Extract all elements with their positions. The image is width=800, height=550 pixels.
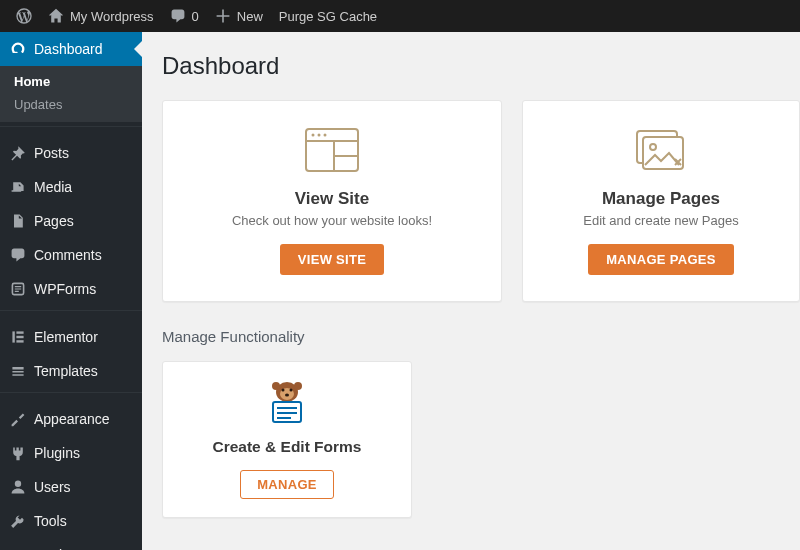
sidebar-item-appearance[interactable]: Appearance — [0, 402, 142, 436]
comment-icon — [10, 247, 26, 263]
sidebar-item-tools[interactable]: Tools — [0, 504, 142, 538]
section-manage-functionality-title: Manage Functionality — [162, 328, 800, 345]
page-icon — [10, 213, 26, 229]
sidebar-item-dashboard[interactable]: Dashboard — [0, 32, 142, 66]
comment-icon — [170, 8, 186, 24]
sidebar-sub-dashboard: Home Updates — [0, 66, 142, 122]
sidebar-item-media[interactable]: Media — [0, 170, 142, 204]
adminbar-new-label: New — [237, 9, 263, 24]
card-manage-pages-icon — [631, 125, 691, 175]
svg-rect-2 — [16, 331, 23, 333]
sidebar-media-label: Media — [34, 179, 72, 195]
sidebar-sub-updates[interactable]: Updates — [0, 93, 142, 116]
wpforms-mascot-icon — [263, 380, 311, 428]
sidebar-comments-label: Comments — [34, 247, 102, 263]
view-site-button[interactable]: VIEW SITE — [280, 244, 384, 275]
home-icon — [48, 8, 64, 24]
adminbar-comments[interactable]: 0 — [162, 0, 207, 32]
cards-row-secondary: Create & Edit Forms MANAGE — [162, 361, 800, 518]
sidebar-posts-label: Posts — [34, 145, 69, 161]
card-manage-pages-desc: Edit and create new Pages — [583, 213, 738, 228]
card-view-site-icon — [302, 125, 362, 175]
sidebar-plugins-label: Plugins — [34, 445, 80, 461]
sidebar-sub-home[interactable]: Home — [0, 70, 142, 93]
sidebar-item-templates[interactable]: Templates — [0, 354, 142, 388]
sidebar-elementor-label: Elementor — [34, 329, 98, 345]
page-title: Dashboard — [162, 52, 800, 80]
sidebar-separator — [0, 310, 142, 316]
svg-point-9 — [318, 134, 321, 137]
svg-rect-3 — [16, 336, 23, 338]
cards-row-primary: View Site Check out how your website loo… — [162, 100, 800, 302]
media-icon — [10, 179, 26, 195]
wordpress-icon — [16, 8, 32, 24]
sidebar-wpforms-label: WPForms — [34, 281, 96, 297]
card-manage-pages: Manage Pages Edit and create new Pages M… — [522, 100, 800, 302]
card-forms-title: Create & Edit Forms — [212, 438, 361, 456]
svg-rect-1 — [12, 331, 14, 342]
sidebar-pages-label: Pages — [34, 213, 74, 229]
svg-point-5 — [15, 481, 21, 487]
sidebar-item-users[interactable]: Users — [0, 470, 142, 504]
sidebar-item-wpforms[interactable]: WPForms — [0, 272, 142, 306]
adminbar-site-label: My Wordpress — [70, 9, 154, 24]
svg-point-8 — [312, 134, 315, 137]
adminbar-comments-count: 0 — [192, 9, 199, 24]
sidebar-item-elementor[interactable]: Elementor — [0, 320, 142, 354]
elementor-icon — [10, 329, 26, 345]
sidebar-separator — [0, 126, 142, 132]
card-manage-pages-title: Manage Pages — [602, 189, 720, 209]
adminbar-purge-cache[interactable]: Purge SG Cache — [271, 0, 385, 32]
sidebar-separator — [0, 392, 142, 398]
dashboard-icon — [10, 41, 26, 57]
svg-point-10 — [324, 134, 327, 137]
sidebar-appearance-label: Appearance — [34, 411, 110, 427]
pin-icon — [10, 145, 26, 161]
users-icon — [10, 479, 26, 495]
main-content: Dashboard View Site Check out how your w — [142, 32, 800, 550]
manage-pages-button[interactable]: MANAGE PAGES — [588, 244, 734, 275]
svg-point-21 — [290, 389, 293, 392]
adminbar-purge-label: Purge SG Cache — [279, 9, 377, 24]
svg-rect-4 — [16, 340, 23, 342]
sidebar-dashboard-label: Dashboard — [34, 41, 103, 57]
sidebar-item-comments[interactable]: Comments — [0, 238, 142, 272]
admin-bar: My Wordpress 0 New Purge SG Cache — [0, 0, 800, 32]
card-view-site: View Site Check out how your website loo… — [162, 100, 502, 302]
tools-icon — [10, 513, 26, 529]
wpforms-icon — [10, 281, 26, 297]
svg-point-22 — [285, 394, 289, 397]
card-view-site-title: View Site — [295, 189, 369, 209]
sidebar-item-posts[interactable]: Posts — [0, 136, 142, 170]
svg-point-18 — [294, 382, 302, 390]
sidebar-item-pages[interactable]: Pages — [0, 204, 142, 238]
sidebar-item-plugins[interactable]: Plugins — [0, 436, 142, 470]
admin-sidebar: Dashboard Home Updates Posts Media Pages… — [0, 32, 142, 550]
adminbar-site-name[interactable]: My Wordpress — [40, 0, 162, 32]
svg-point-17 — [272, 382, 280, 390]
manage-forms-button[interactable]: MANAGE — [240, 470, 334, 499]
adminbar-new[interactable]: New — [207, 0, 271, 32]
plus-icon — [215, 8, 231, 24]
sidebar-item-settings[interactable]: Settings — [0, 538, 142, 550]
adminbar-wp-logo[interactable] — [8, 0, 40, 32]
appearance-icon — [10, 411, 26, 427]
plugins-icon — [10, 445, 26, 461]
sidebar-templates-label: Templates — [34, 363, 98, 379]
sidebar-users-label: Users — [34, 479, 71, 495]
templates-icon — [10, 363, 26, 379]
card-forms: Create & Edit Forms MANAGE — [162, 361, 412, 518]
sidebar-tools-label: Tools — [34, 513, 67, 529]
card-view-site-desc: Check out how your website looks! — [232, 213, 432, 228]
svg-point-20 — [282, 389, 285, 392]
